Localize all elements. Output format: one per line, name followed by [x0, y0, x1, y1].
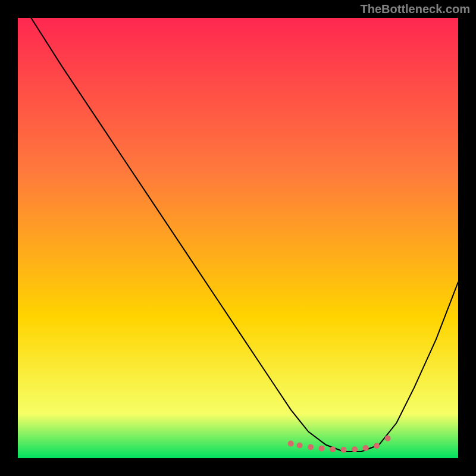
marker-point — [330, 446, 336, 452]
marker-point — [341, 447, 347, 453]
marker-point — [297, 443, 303, 449]
plot-svg — [18, 18, 458, 458]
plot-area — [18, 18, 458, 458]
watermark-text: TheBottleneck.com — [361, 2, 470, 16]
marker-point — [363, 445, 369, 451]
marker-point — [319, 446, 325, 452]
marker-point — [385, 436, 391, 441]
chart-container: TheBottleneck.com — [0, 0, 476, 476]
marker-point — [374, 443, 380, 449]
marker-point — [352, 446, 358, 452]
marker-point — [288, 441, 294, 447]
gradient-background — [18, 18, 458, 458]
marker-point — [308, 444, 314, 450]
